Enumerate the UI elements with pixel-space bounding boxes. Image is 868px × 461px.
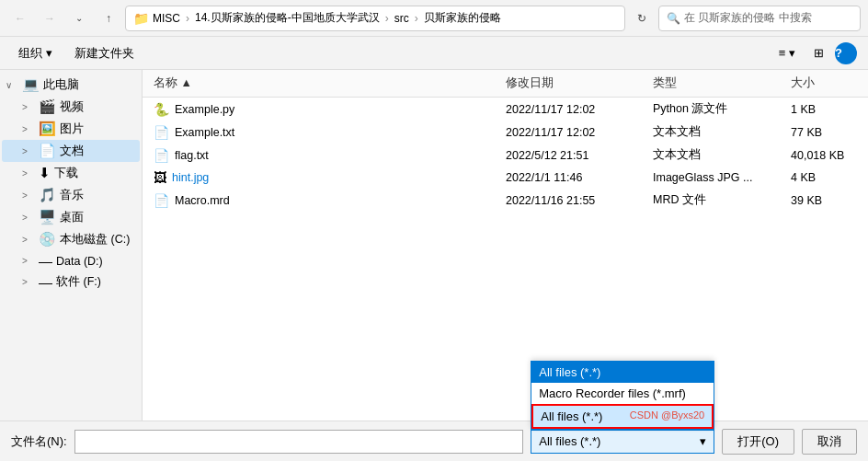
sidebar: ∨ 💻 此电脑 > 🎬 视频 > 🖼️ 图片 > 📄 文档 > ⬇ 下载 > 🎵…	[0, 70, 143, 421]
col-name[interactable]: 名称 ▲	[150, 74, 502, 93]
file-date: 2022/11/17 12:02	[502, 101, 649, 118]
refresh-button[interactable]: ↻	[629, 6, 655, 31]
txt-icon: 📄	[154, 125, 169, 140]
filename-input[interactable]	[74, 430, 524, 454]
expand-icon: >	[22, 235, 35, 245]
sidebar-item-soft-f[interactable]: > — 软件 (F:)	[2, 271, 140, 293]
file-name: Example.py	[175, 103, 234, 116]
new-folder-button[interactable]: 新建文件夹	[67, 41, 142, 65]
file-name: hint.jpg	[172, 171, 209, 184]
main-layout: ∨ 💻 此电脑 > 🎬 视频 > 🖼️ 图片 > 📄 文档 > ⬇ 下载 > 🎵…	[0, 70, 868, 421]
search-placeholder: 在 贝斯家族的侵略 中搜索	[684, 10, 812, 26]
table-row[interactable]: 📄flag.txt 2022/5/12 21:51 文本文档 40,018 KB	[143, 144, 868, 167]
expand-icon: >	[22, 146, 35, 156]
cancel-button[interactable]: 取消	[802, 429, 857, 455]
sidebar-item-data-d[interactable]: > — Data (D:)	[2, 250, 140, 271]
organize-label: 组织 ▾	[18, 45, 52, 62]
file-size: 40,018 KB	[787, 147, 861, 164]
filetype-dropdown-container: All files (*.*) ▾ All files (*.*) Macro …	[531, 430, 714, 454]
file-size: 4 KB	[787, 169, 861, 186]
drive-d-icon: —	[39, 253, 52, 269]
filename-label: 文件名(N):	[11, 433, 67, 450]
help-icon: ?	[835, 46, 842, 60]
file-date: 2022/1/1 11:46	[502, 169, 649, 186]
file-area: 名称 ▲ 修改日期 类型 大小 🐍Example.py 2022/11/17 1…	[143, 70, 868, 421]
expand-icon: >	[22, 102, 35, 112]
sidebar-label: 桌面	[60, 210, 84, 225]
organize-button[interactable]: 组织 ▾	[11, 41, 60, 65]
sidebar-label: 下载	[54, 166, 78, 181]
drive-f-icon: —	[39, 274, 52, 290]
new-folder-label: 新建文件夹	[74, 45, 134, 62]
help-button[interactable]: ?	[835, 42, 857, 64]
table-row[interactable]: 🐍Example.py 2022/11/17 12:02 Python 源文件 …	[143, 98, 868, 121]
sidebar-label: 本地磁盘 (C:)	[60, 232, 130, 248]
file-name: flag.txt	[175, 149, 209, 162]
dropdown-option-all-files-2[interactable]: All files (*.*) CSDN @Byxs20	[531, 404, 714, 429]
table-row[interactable]: 🖼hint.jpg 2022/1/1 11:46 ImageGlass JPG …	[143, 167, 868, 189]
sidebar-item-desktop[interactable]: > 🖥️ 桌面	[2, 206, 140, 228]
dropdown-option-mrf[interactable]: Macro Recorder files (*.mrf)	[531, 383, 714, 404]
sidebar-item-music[interactable]: > 🎵 音乐	[2, 184, 140, 206]
expand-icon: >	[22, 213, 35, 223]
table-row[interactable]: 📄Example.txt 2022/11/17 12:02 文本文档 77 KB	[143, 121, 868, 144]
search-bar[interactable]: 🔍 在 贝斯家族的侵略 中搜索	[658, 6, 861, 31]
images-icon: 🖼️	[39, 121, 56, 137]
dropdown-option-all-files[interactable]: All files (*.*)	[531, 362, 714, 383]
search-icon: 🔍	[667, 12, 680, 25]
sidebar-item-downloads[interactable]: > ⬇ 下载	[2, 162, 140, 184]
sidebar-item-videos[interactable]: > 🎬 视频	[2, 96, 140, 118]
expand-icon: ∨	[6, 80, 18, 90]
downloads-icon: ⬇	[39, 165, 51, 181]
forward-button[interactable]: →	[37, 6, 63, 31]
folder-icon: 📁	[133, 11, 149, 26]
col-type[interactable]: 类型	[649, 74, 787, 93]
sidebar-label: 文档	[60, 144, 84, 159]
back-button[interactable]: ←	[7, 6, 33, 31]
table-row[interactable]: 📄Macro.mrd 2022/11/16 21:55 MRD 文件 39 KB	[143, 189, 868, 212]
sidebar-item-this-pc[interactable]: ∨ 💻 此电脑	[2, 74, 140, 96]
address-bar[interactable]: 📁 MISC › 14.贝斯家族的侵略-中国地质大学武汉 › src › 贝斯家…	[125, 6, 625, 31]
this-pc-icon: 💻	[22, 76, 40, 93]
file-date: 2022/11/16 21:55	[502, 192, 649, 209]
layout-button[interactable]: ⊞	[806, 42, 831, 63]
title-bar: ← → ⌄ ↑ 📁 MISC › 14.贝斯家族的侵略-中国地质大学武汉 › s…	[0, 0, 868, 37]
file-date: 2022/5/12 21:51	[502, 147, 649, 164]
address-part: src	[394, 12, 409, 25]
layout-icon: ⊞	[814, 46, 824, 60]
sidebar-item-docs[interactable]: > 📄 文档	[2, 140, 140, 162]
address-part: MISC	[153, 12, 180, 25]
file-type: Python 源文件	[649, 99, 787, 119]
sidebar-label: Data (D:)	[56, 255, 103, 268]
selected-type-label: All files (*.*)	[539, 434, 600, 448]
expand-icon: >	[22, 124, 35, 134]
mrd-icon: 📄	[154, 193, 169, 208]
expand-icon: >	[22, 256, 35, 266]
file-type: MRD 文件	[649, 190, 787, 210]
sidebar-item-local-c[interactable]: > 💿 本地磁盘 (C:)	[2, 228, 140, 250]
view-button[interactable]: ≡ ▾	[771, 42, 803, 63]
file-size: 39 KB	[787, 192, 861, 209]
address-part: 14.贝斯家族的侵略-中国地质大学武汉	[195, 10, 380, 26]
sidebar-label: 视频	[60, 99, 84, 115]
filetype-dropdown-list: All files (*.*) Macro Recorder files (*.…	[531, 361, 714, 430]
music-icon: 🎵	[39, 187, 56, 203]
sidebar-label: 软件 (F:)	[56, 274, 101, 290]
up-button[interactable]: ↑	[96, 6, 121, 31]
open-button[interactable]: 打开(O)	[722, 429, 794, 455]
file-list-header: 名称 ▲ 修改日期 类型 大小	[143, 70, 868, 98]
txt-icon: 📄	[154, 148, 169, 163]
col-size[interactable]: 大小	[787, 74, 861, 93]
file-type: 文本文档	[649, 122, 787, 142]
filetype-dropdown-selected[interactable]: All files (*.*) ▾	[531, 430, 714, 454]
address-part: 贝斯家族的侵略	[424, 10, 501, 26]
file-name: Macro.mrd	[175, 194, 230, 207]
recent-button[interactable]: ⌄	[66, 6, 92, 31]
col-date[interactable]: 修改日期	[502, 74, 649, 93]
view-icon: ≡ ▾	[779, 46, 795, 60]
expand-icon: >	[22, 277, 35, 287]
sidebar-item-images[interactable]: > 🖼️ 图片	[2, 118, 140, 140]
videos-icon: 🎬	[39, 98, 56, 115]
toolbar-right: ≡ ▾ ⊞ ?	[771, 42, 857, 64]
bottom-bar: 文件名(N): All files (*.*) ▾ All files (*.*…	[0, 421, 868, 461]
